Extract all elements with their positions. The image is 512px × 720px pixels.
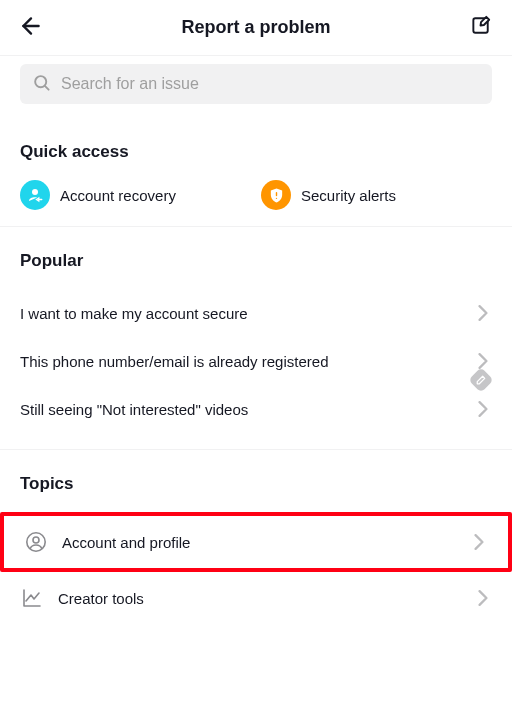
list-item-label: Still seeing "Not interested" videos [20, 401, 460, 418]
section-heading-popular: Popular [20, 251, 492, 271]
list-item-label: This phone number/email is already regis… [20, 353, 460, 370]
popular-item-not-interested-videos[interactable]: Still seeing "Not interested" videos [20, 385, 492, 433]
svg-rect-5 [275, 191, 276, 195]
page-title: Report a problem [181, 17, 330, 38]
chevron-right-icon [474, 590, 492, 606]
analytics-icon [20, 586, 44, 610]
topic-item-creator-tools[interactable]: Creator tools [20, 572, 492, 624]
list-item-label: Creator tools [58, 590, 460, 607]
svg-rect-6 [275, 197, 276, 198]
search-field[interactable] [20, 64, 492, 104]
chevron-right-icon [474, 353, 492, 369]
quick-access-label: Security alerts [301, 187, 396, 204]
section-popular: Popular I want to make my account secure… [0, 227, 512, 450]
compose-icon [470, 14, 493, 41]
arrow-left-icon [18, 13, 44, 43]
list-item-label: I want to make my account secure [20, 305, 460, 322]
back-button[interactable] [14, 11, 48, 45]
chevron-right-icon [470, 534, 488, 550]
person-circle-icon [24, 530, 48, 554]
chevron-right-icon [474, 401, 492, 417]
account-recovery-icon [20, 180, 50, 210]
search-icon [32, 73, 51, 96]
section-topics: Topics Account and profile Creator tools [0, 450, 512, 640]
svg-point-4 [32, 189, 38, 195]
header-bar: Report a problem [0, 0, 512, 56]
chevron-right-icon [474, 305, 492, 321]
feedback-compose-button[interactable] [464, 11, 498, 45]
search-input[interactable] [61, 75, 480, 93]
svg-point-8 [33, 537, 39, 543]
quick-access-account-recovery[interactable]: Account recovery [20, 180, 251, 210]
search-wrap [0, 56, 512, 118]
svg-line-3 [45, 85, 49, 89]
list-item-label: Account and profile [62, 534, 456, 551]
section-quick-access: Quick access Account recovery Security a… [0, 118, 512, 227]
section-heading-quick-access: Quick access [20, 142, 492, 162]
topic-item-account-profile[interactable]: Account and profile [0, 512, 512, 572]
quick-access-security-alerts[interactable]: Security alerts [261, 180, 492, 210]
section-heading-topics: Topics [20, 474, 492, 494]
popular-item-already-registered[interactable]: This phone number/email is already regis… [20, 337, 492, 385]
quick-access-label: Account recovery [60, 187, 176, 204]
popular-item-make-account-secure[interactable]: I want to make my account secure [20, 289, 492, 337]
shield-alert-icon [261, 180, 291, 210]
